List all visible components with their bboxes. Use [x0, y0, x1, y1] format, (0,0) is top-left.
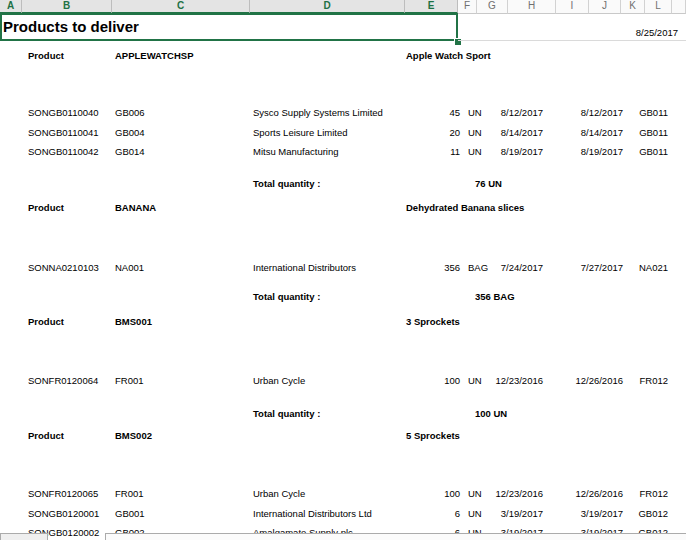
- cell-site-code[interactable]: FR012: [606, 375, 668, 386]
- cell-customer-name[interactable]: Mitsu Manufacturing: [253, 146, 339, 157]
- cell-site-code[interactable]: FR012: [606, 488, 668, 499]
- cell-quantity[interactable]: 100: [400, 488, 460, 499]
- cell-ship-date[interactable]: 12/23/2016: [461, 375, 543, 386]
- section-product-label[interactable]: Product: [28, 202, 64, 213]
- section-product-code[interactable]: BMS001: [115, 316, 152, 327]
- cell-customer-code[interactable]: GB006: [115, 107, 145, 118]
- section-product-description[interactable]: 5 Sprockets: [406, 430, 460, 441]
- section-product-description[interactable]: Apple Watch Sport: [406, 50, 491, 61]
- section-product-code[interactable]: BMS002: [115, 430, 152, 441]
- cell-customer-name[interactable]: International Distributors: [253, 262, 356, 273]
- cell-customer-code[interactable]: GB004: [115, 127, 145, 138]
- column-header-partial[interactable]: [672, 0, 686, 14]
- column-header-J[interactable]: J: [589, 0, 621, 14]
- section-product-code[interactable]: APPLEWATCHSP: [115, 50, 193, 61]
- total-quantity-label[interactable]: Total quantity :: [253, 291, 320, 302]
- cell-quantity[interactable]: 6: [400, 508, 460, 519]
- spreadsheet-view: ABCDEFGHIJKL Products to deliver 8/25/20…: [0, 0, 686, 540]
- column-header-K[interactable]: K: [621, 0, 645, 14]
- total-quantity-label[interactable]: Total quantity :: [253, 408, 320, 419]
- cell-customer-name[interactable]: Sysco Supply Systems Limited: [253, 107, 383, 118]
- cell-customer-name[interactable]: Urban Cycle: [253, 488, 305, 499]
- column-header-E[interactable]: E: [405, 0, 458, 14]
- cell-order-number[interactable]: SONNA0210103: [28, 262, 99, 273]
- section-product-description[interactable]: Dehydrated Banana slices: [406, 202, 524, 213]
- cell-site-code[interactable]: GB011: [606, 146, 668, 157]
- cell-ship-date[interactable]: 8/12/2017: [461, 107, 543, 118]
- total-quantity-value[interactable]: 100 UN: [475, 408, 507, 419]
- column-header-F[interactable]: F: [458, 0, 477, 14]
- cell-quantity[interactable]: 356: [400, 262, 460, 273]
- column-header-L[interactable]: L: [645, 0, 672, 14]
- section-product-label[interactable]: Product: [28, 50, 64, 61]
- cell-quantity[interactable]: 45: [400, 107, 460, 118]
- cell-site-code[interactable]: GB011: [606, 127, 668, 138]
- total-quantity-value[interactable]: 76 UN: [475, 178, 502, 189]
- cell-customer-code[interactable]: FR001: [115, 488, 144, 499]
- cell-order-number[interactable]: SONGB0110042: [28, 146, 99, 157]
- column-header-B[interactable]: B: [22, 0, 112, 14]
- cell-ship-date[interactable]: 8/19/2017: [461, 146, 543, 157]
- cell-order-number[interactable]: SONGB0120001: [28, 508, 99, 519]
- cell-order-number[interactable]: SONFR0120065: [28, 488, 98, 499]
- cell-order-number[interactable]: SONGB0110041: [28, 127, 99, 138]
- column-header-H[interactable]: H: [508, 0, 556, 14]
- cell-customer-code[interactable]: FR001: [115, 375, 144, 386]
- total-quantity-label[interactable]: Total quantity :: [253, 178, 320, 189]
- cell-ship-date[interactable]: 8/14/2017: [461, 127, 543, 138]
- column-header-D[interactable]: D: [250, 0, 405, 14]
- cell-customer-name[interactable]: Sports Leisure Limited: [253, 127, 348, 138]
- cell-quantity[interactable]: 20: [400, 127, 460, 138]
- cell-ship-date[interactable]: 7/24/2017: [461, 262, 543, 273]
- column-header-I[interactable]: I: [556, 0, 589, 14]
- column-header-G[interactable]: G: [477, 0, 508, 14]
- row1-gridline: [458, 40, 686, 41]
- cell-site-code[interactable]: NA021: [606, 262, 668, 273]
- cell-ship-date[interactable]: 3/19/2017: [461, 508, 543, 519]
- partial-next-row-cell[interactable]: [0, 533, 48, 540]
- section-product-label[interactable]: Product: [28, 316, 64, 327]
- column-header-A[interactable]: A: [0, 0, 22, 14]
- section-product-code[interactable]: BANANA: [115, 202, 156, 213]
- total-quantity-value[interactable]: 356 BAG: [475, 291, 515, 302]
- cell-ship-date[interactable]: 12/23/2016: [461, 488, 543, 499]
- cell-order-number[interactable]: SONFR0120064: [28, 375, 98, 386]
- section-product-label[interactable]: Product: [28, 430, 64, 441]
- cell-customer-code[interactable]: GB001: [115, 508, 145, 519]
- column-header-C[interactable]: C: [112, 0, 250, 14]
- cell-customer-name[interactable]: International Distributors Ltd: [253, 508, 372, 519]
- report-date-cell[interactable]: 8/25/2017: [636, 27, 678, 38]
- cell-customer-name[interactable]: Urban Cycle: [253, 375, 305, 386]
- cell-customer-code[interactable]: NA001: [115, 262, 144, 273]
- section-product-description[interactable]: 3 Sprockets: [406, 316, 460, 327]
- cell-customer-code[interactable]: GB014: [115, 146, 145, 157]
- partial-next-row-strip[interactable]: [105, 533, 686, 540]
- cell-quantity[interactable]: 11: [400, 146, 460, 157]
- cell-quantity[interactable]: 100: [400, 375, 460, 386]
- cell-site-code[interactable]: GB012: [606, 508, 668, 519]
- cell-site-code[interactable]: GB011: [606, 107, 668, 118]
- report-title-cell[interactable]: Products to deliver: [3, 18, 139, 35]
- column-header-strip: ABCDEFGHIJKL: [0, 0, 686, 14]
- cell-order-number[interactable]: SONGB0110040: [28, 107, 99, 118]
